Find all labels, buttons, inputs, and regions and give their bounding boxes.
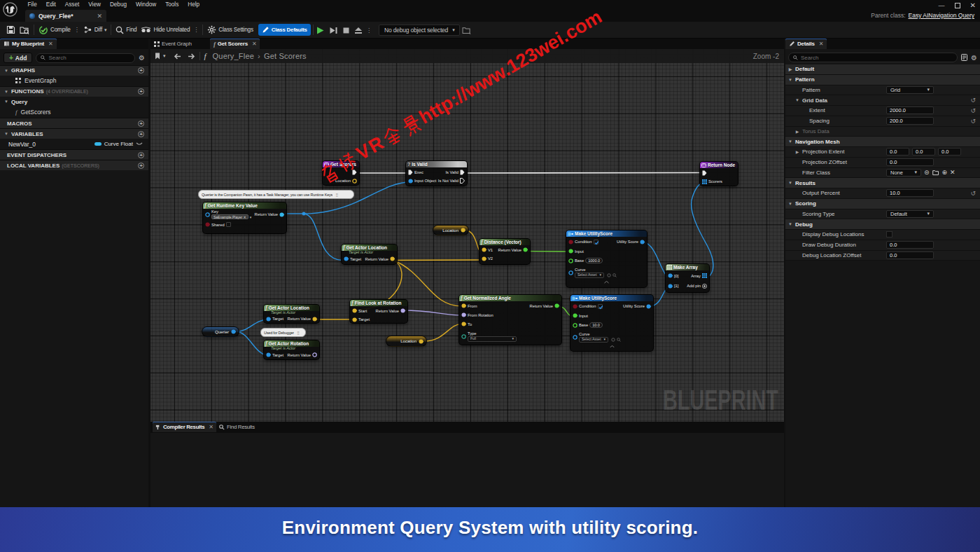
exec-pin[interactable] <box>460 170 465 175</box>
tab-event-graph[interactable]: Event Graph <box>150 39 195 49</box>
node-get-runtime-key-value[interactable]: fGet Runtime Key ValueKeySaExample.Playe… <box>202 202 287 234</box>
blueprint-row-eventgraph[interactable]: EventGraph <box>0 76 148 86</box>
comment-bubble-0[interactable]: Querier is the Companion Pawn, it has a … <box>198 190 354 199</box>
value-select[interactable]: None▾ <box>886 169 921 177</box>
obj-pin[interactable] <box>640 240 645 244</box>
menu-window[interactable]: Window <box>132 0 161 10</box>
asset-tab-query-flee[interactable]: Query_Flee* ✕ <box>25 10 106 22</box>
gold-pin[interactable] <box>419 339 424 344</box>
clear-icon[interactable]: ✕ <box>950 169 955 176</box>
lav-pin[interactable] <box>400 308 405 313</box>
cyan-pin[interactable] <box>279 212 284 217</box>
red-pin[interactable] <box>568 240 573 244</box>
blueprint-row-variables[interactable]: ▼VARIABLES+ <box>0 128 148 139</box>
tab-details[interactable]: Details✕ <box>785 39 827 49</box>
tab-get-scorers[interactable]: fGet Scorers✕ <box>210 39 260 49</box>
details-row-scoring-type[interactable]: Scoring TypeDefault▾ <box>785 209 980 220</box>
value-field[interactable]: 0.0 <box>886 148 909 156</box>
add-event-dispatchers-icon[interactable]: + <box>138 152 144 158</box>
add-variables-icon[interactable]: + <box>138 131 144 137</box>
tab-my-blueprint[interactable]: My Blueprint✕ <box>0 39 57 49</box>
gear-icon[interactable]: ⚙ <box>139 54 145 62</box>
eject-button[interactable] <box>352 22 365 39</box>
value-field[interactable]: 2000.0 <box>886 106 934 114</box>
gold-pin[interactable] <box>390 256 395 261</box>
gold-pin[interactable] <box>482 256 486 261</box>
menu-edit[interactable]: Edit <box>41 0 60 10</box>
green-pin[interactable] <box>554 303 559 308</box>
close-button[interactable]: ✕ <box>970 1 976 9</box>
menu-help[interactable]: Help <box>183 0 204 10</box>
details-row-pattern[interactable]: PatternGrid▾ <box>785 85 980 96</box>
reset-to-default-icon[interactable]: ↺ <box>970 97 976 104</box>
details-row-default[interactable]: ▶Default <box>785 64 980 75</box>
details-row-spacing[interactable]: Spacing200.0↺ <box>785 116 980 127</box>
greeno-pin[interactable] <box>568 258 573 263</box>
blueprint-row-event-dispatchers[interactable]: EVENT DISPATCHERS+ <box>0 149 148 160</box>
add-graphs-icon[interactable]: + <box>138 67 144 74</box>
reset-to-default-icon[interactable]: ↺ <box>970 190 976 197</box>
node-get-scorers[interactable]: Get ScorersLocation <box>322 160 360 186</box>
blueprint-row-graphs[interactable]: ▼GRAPHS+ <box>0 65 148 76</box>
obj-pin[interactable] <box>408 179 413 184</box>
tab-find-results[interactable]: Find Results <box>216 422 258 432</box>
tab-close-icon[interactable]: ✕ <box>209 424 213 430</box>
add-macros-icon[interactable]: + <box>138 120 144 127</box>
tab-close-icon[interactable]: ✕ <box>819 41 824 47</box>
node-distance-vector[interactable]: fDistance (Vector)V1Return ValueV2 <box>479 238 531 265</box>
lavo-pin[interactable] <box>312 352 317 357</box>
details-row-grid-data[interactable]: ▼Grid Data↺ <box>785 95 980 106</box>
value-field[interactable]: 10.0 <box>886 189 934 197</box>
red-pin[interactable] <box>205 222 210 227</box>
details-row-output-percent[interactable]: Output Percent10.0↺ <box>785 188 980 199</box>
node-make-utilityscore-1[interactable]: Make UtilityScoreConditionUtility ScoreI… <box>566 230 648 288</box>
value-select[interactable]: Grid▾ <box>886 86 934 94</box>
exec-pin[interactable] <box>352 170 357 175</box>
obj-pin[interactable] <box>646 304 651 309</box>
details-row-debug-location-zoffset[interactable]: Debug Location ZOffset0.0 <box>785 251 980 261</box>
parent-class-link[interactable]: Easy AINavigation Query <box>909 12 975 19</box>
green-pin[interactable] <box>523 247 528 252</box>
node-checkbox[interactable] <box>594 240 598 244</box>
my-blueprint-search-input[interactable]: Search <box>36 53 135 63</box>
value-field[interactable]: 0.0 <box>938 148 961 156</box>
node-value-field[interactable]: 10.0 <box>589 322 603 328</box>
obj-pin[interactable] <box>344 256 349 261</box>
details-row-filter-class[interactable]: Filter ClassNone▾⊜⊕✕ <box>785 168 980 179</box>
diff-button[interactable]: Diff▾ <box>81 22 109 39</box>
exec-pin-hollow[interactable] <box>460 178 465 184</box>
debug-object-select[interactable]: No debug object selected▾ <box>379 25 460 36</box>
graph-canvas[interactable]: ▾ f Query_Flee › Get Scorers Zoom -2 BLU… <box>150 49 784 422</box>
pill-querier-1[interactable]: Querier <box>202 326 239 337</box>
objo-pin[interactable] <box>573 335 578 340</box>
gold-pin[interactable] <box>312 317 317 322</box>
details-row-torus-data[interactable]: ▶Torus Data <box>785 127 980 137</box>
blueprint-row-functions[interactable]: ▼FUNCTIONS(4 OVERRIDABLE)+ <box>0 86 148 97</box>
menu-asset[interactable]: Asset <box>60 0 83 10</box>
variable-visibility-icon[interactable] <box>136 142 143 146</box>
menu-view[interactable]: View <box>84 0 106 10</box>
gold-pin[interactable] <box>352 317 357 322</box>
comment-bubble-1[interactable]: Used for Debugger⣿ <box>260 328 306 337</box>
gold-pin[interactable] <box>461 303 466 308</box>
add-functions-icon[interactable]: + <box>138 88 144 95</box>
add-button[interactable]: + Add <box>4 53 32 63</box>
details-row-scoring[interactable]: ▼Scoring <box>785 199 980 209</box>
pill-location-2[interactable]: Location <box>386 336 427 347</box>
tab-close-icon[interactable]: ✕ <box>252 41 257 47</box>
obj-pin[interactable] <box>266 352 271 357</box>
gold-pin[interactable] <box>461 228 465 233</box>
gold-pin[interactable] <box>461 322 466 326</box>
array-pin[interactable] <box>702 179 707 184</box>
menu-debug[interactable]: Debug <box>105 0 131 10</box>
nav-forward-icon[interactable] <box>188 53 195 60</box>
node-get-actor-location-1[interactable]: fGet Actor LocationTarget is ActorTarget… <box>341 244 398 265</box>
node-checkbox[interactable] <box>226 222 231 227</box>
add-local-variables-icon[interactable]: + <box>138 163 144 169</box>
obj-pin[interactable] <box>668 273 673 278</box>
node-make-utilityscore-2[interactable]: Make UtilityScoreConditionUtility ScoreI… <box>570 294 654 352</box>
stop-button[interactable] <box>340 22 352 39</box>
gold-pin[interactable] <box>352 308 357 313</box>
node-get-actor-rotation[interactable]: fGet Actor RotationTarget is ActorTarget… <box>263 340 320 360</box>
blueprint-row-newvar-0[interactable]: NewVar_0Curve Float <box>0 139 148 149</box>
